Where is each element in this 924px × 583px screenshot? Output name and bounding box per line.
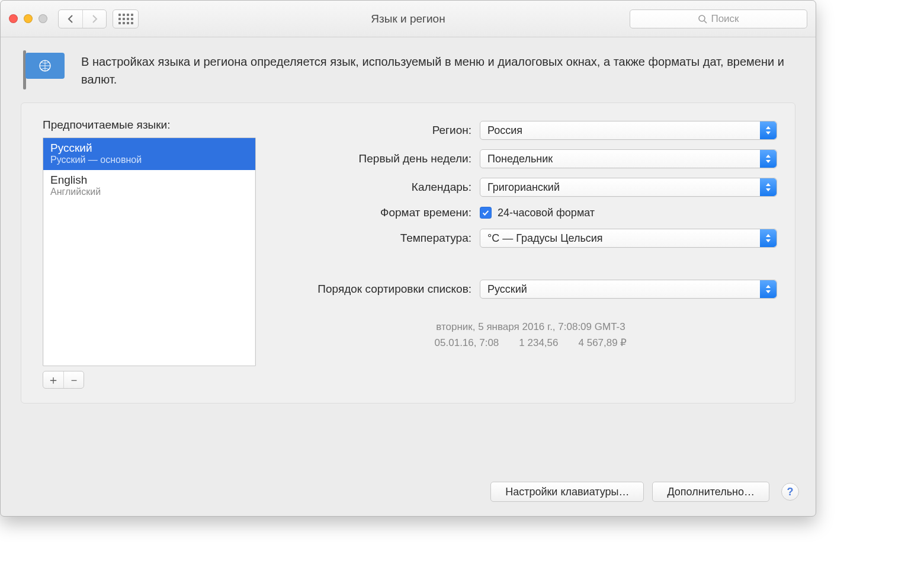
temperature-value: °C — Градусы Цельсия [487,232,603,245]
svg-line-1 [704,21,707,23]
forward-button [82,10,106,28]
back-button[interactable] [59,10,82,28]
dropdown-indicator-icon [760,150,777,168]
sort-order-label: Порядок сортировки списков: [284,283,480,296]
settings-group: Предпочитаемые языки: Русский Русский — … [21,102,795,403]
remove-language-button[interactable]: － [63,371,84,388]
languages-list[interactable]: Русский Русский — основной English Англи… [43,137,256,366]
languages-column: Предпочитаемые языки: Русский Русский — … [43,118,256,389]
sort-order-popup[interactable]: Русский [480,280,777,299]
language-item-russian[interactable]: Русский Русский — основной [43,138,255,170]
preview-short-date: 05.01.16, 7:08 [435,335,499,351]
grid-icon [118,14,133,24]
temperature-label: Температура: [284,232,480,245]
first-day-popup[interactable]: Понедельник [480,149,777,168]
header-description-row: В настройках языка и региона определяетс… [1,37,816,93]
dropdown-indicator-icon [760,229,777,247]
language-subtitle: Английский [50,187,248,197]
add-remove-buttons: ＋ － [43,371,84,389]
help-button[interactable]: ? [781,483,799,501]
region-popup[interactable]: Россия [480,121,777,140]
nav-back-forward [58,9,107,28]
keyboard-settings-button[interactable]: Настройки клавиатуры… [490,482,644,502]
window-controls [9,14,47,23]
add-language-button[interactable]: ＋ [43,371,63,388]
first-day-label: Первый день недели: [284,152,480,165]
24h-checkbox[interactable] [480,207,492,219]
svg-point-0 [699,15,705,21]
zoom-window-button [38,14,47,23]
dropdown-indicator-icon [760,280,777,298]
language-subtitle: Русский — основной [50,155,248,165]
language-item-english[interactable]: English Английский [43,170,255,202]
time-format-label: Формат времени: [284,206,480,219]
format-preview: вторник, 5 января 2016 г., 7:08:09 GMT-3… [284,319,777,351]
titlebar: Язык и регион Поиск [1,1,816,37]
calendar-value: Григорианский [487,181,560,194]
preview-currency: 4 567,89 ₽ [579,335,627,351]
search-placeholder: Поиск [711,13,739,25]
dropdown-indicator-icon [760,178,777,196]
close-window-button[interactable] [9,14,18,23]
checkmark-icon [482,209,490,217]
chevron-left-icon [67,14,74,24]
region-label: Регион: [284,124,480,137]
chevron-right-icon [91,14,98,24]
sort-order-value: Русский [487,283,527,296]
search-field[interactable]: Поиск [630,9,807,28]
languages-label: Предпочитаемые языки: [43,118,256,132]
language-name: Русский [50,142,248,155]
header-description: В настройках языка и региона определяетс… [81,53,791,88]
dropdown-indicator-icon [760,121,777,139]
24h-checkbox-label: 24-часовой формат [498,207,595,219]
temperature-popup[interactable]: °C — Градусы Цельсия [480,229,777,248]
calendar-label: Календарь: [284,181,480,194]
search-icon [698,14,707,24]
show-all-prefs-button[interactable] [113,9,139,28]
region-value: Россия [487,124,522,137]
calendar-popup[interactable]: Григорианский [480,178,777,197]
preview-number: 1 234,56 [519,335,558,351]
footer-buttons: Настройки клавиатуры… Дополнительно… ? [1,471,816,516]
first-day-value: Понедельник [487,153,553,165]
minimize-window-button[interactable] [24,14,33,23]
language-region-window: Язык и регион Поиск В настройках языка и… [0,0,816,517]
preview-long-date: вторник, 5 января 2016 г., 7:08:09 GMT-3 [284,319,777,335]
advanced-button[interactable]: Дополнительно… [652,482,769,502]
language-name: English [50,174,248,187]
un-flag-icon [23,53,67,85]
settings-form: Регион: Россия Первый день недели: Понед… [284,118,777,389]
